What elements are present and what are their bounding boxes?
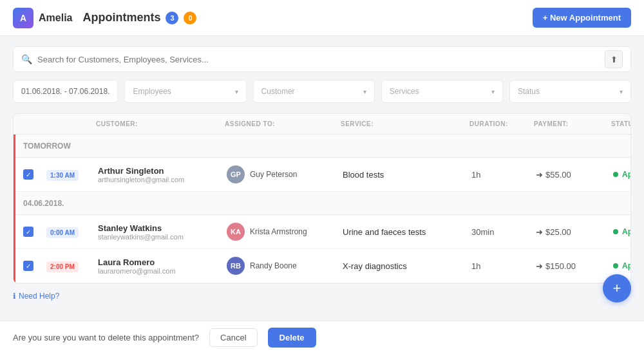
payment-icon: ➜ [536, 170, 543, 180]
col-status: STATUS: [611, 120, 631, 127]
badge-blue: 3 [166, 12, 178, 24]
status-cell: Approved [613, 261, 631, 270]
search-icon: 🔍 [21, 54, 32, 64]
logo-area: A Amelia [13, 8, 72, 28]
customer-name: Arthur Singleton [98, 166, 227, 176]
row-checkbox[interactable] [23, 169, 33, 180]
date-range-filter[interactable]: 01.06.2018. - 07.06.2018. [13, 80, 118, 103]
new-appointment-button[interactable]: + New Appointment [533, 8, 631, 28]
chevron-down-icon: ▾ [491, 88, 495, 95]
table-row: 1:30 AM Arthur Singleton arthursingleton… [15, 158, 630, 192]
page-title: Appointments [82, 11, 160, 24]
badge-orange: 0 [184, 12, 196, 24]
services-filter[interactable]: Services ▾ [381, 80, 503, 103]
status-filter[interactable]: Status ▾ [509, 80, 631, 103]
col-service: SERVICE: [341, 120, 469, 127]
status-badge: Approved [613, 227, 631, 236]
header-left: A Amelia Appointments 3 0 [13, 8, 196, 28]
payment-icon: ➜ [536, 261, 543, 271]
customer-name: Laura Romero [98, 257, 227, 267]
filters: 01.06.2018. - 07.06.2018. Employees ▾ Cu… [13, 80, 631, 103]
avatar: KA [227, 223, 245, 241]
duration-cell: 1h [471, 170, 536, 180]
section-header-tomorrow: TOMORROW [15, 135, 630, 158]
duration-cell: 30min [471, 227, 536, 237]
logo-text: Amelia [39, 12, 72, 24]
employee-cell: GP Guy Peterson [227, 165, 343, 183]
avatar: GP [227, 165, 245, 183]
time-badge: 2:00 PM [46, 261, 79, 272]
appointments-table: CUSTOMER: ASSIGNED TO: SERVICE: DURATION… [13, 113, 631, 284]
chevron-down-icon: ▾ [235, 88, 238, 95]
payment-cell: ➜ $25.00 [536, 227, 613, 237]
employee-name: Krista Armstrong [250, 227, 307, 236]
service-cell: Blood tests [343, 170, 471, 180]
status-dot-icon [613, 263, 618, 268]
col-customer: CUSTOMER: [96, 120, 225, 127]
time-badge: 0:00 AM [46, 227, 79, 238]
status-badge: Approved [613, 261, 631, 270]
status-cell: Approved [613, 170, 631, 179]
time-cell: 2:00 PM [46, 261, 98, 271]
amelia-logo-icon: A [13, 8, 33, 28]
section-header-0406: 04.06.2018. [15, 192, 630, 215]
status-dot-icon [613, 229, 618, 234]
section-tomorrow: TOMORROW 1:30 AM Arthur Singleton arthur… [14, 135, 630, 192]
employee-cell: KA Krista Armstrong [227, 223, 343, 241]
chevron-down-icon: ▾ [363, 88, 366, 95]
col-payment: PAYMENT: [534, 120, 611, 127]
payment-cell: ➜ $55.00 [536, 170, 613, 180]
time-badge: 1:30 AM [46, 170, 79, 181]
service-cell: Urine and faeces tests [343, 227, 471, 237]
customer-email: arthursingleton@gmail.com [98, 176, 227, 183]
time-cell: 1:30 AM [46, 170, 98, 180]
section-label-0406: 04.06.2018. [23, 199, 64, 208]
row-checkbox[interactable] [23, 261, 33, 271]
row-checkbox[interactable] [23, 227, 33, 237]
table-row: 2:00 PM Laura Romero lauraromero@gmail.c… [15, 249, 630, 283]
col-duration: DURATION: [469, 120, 534, 127]
employees-filter[interactable]: Employees ▾ [124, 80, 246, 103]
customer-cell: Arthur Singleton arthursingleton@gmail.c… [98, 166, 227, 183]
customer-cell: Laura Romero lauraromero@gmail.com [98, 257, 227, 275]
table-header: CUSTOMER: ASSIGNED TO: SERVICE: DURATION… [14, 114, 630, 135]
status-badge: Approved [613, 170, 631, 179]
search-input[interactable] [37, 55, 623, 64]
customer-filter[interactable]: Customer ▾ [253, 80, 375, 103]
duration-cell: 1h [471, 261, 536, 271]
export-button[interactable]: ⬆ [605, 50, 623, 68]
status-dot-icon [613, 172, 618, 177]
main-content: 🔍 ⬆ 01.06.2018. - 07.06.2018. Employees … [0, 36, 644, 311]
page-title-area: Appointments 3 0 [82, 11, 196, 24]
fab-button[interactable]: + [603, 274, 631, 303]
service-cell: X-ray diagnostics [343, 261, 471, 271]
customer-name: Stanley Watkins [98, 223, 227, 233]
customer-email: stanleywatkins@gmail.com [98, 233, 227, 241]
customer-email: lauraromero@gmail.com [98, 267, 227, 275]
customer-cell: Stanley Watkins stanleywatkins@gmail.com [98, 223, 227, 241]
need-help-link[interactable]: ℹ Need Help? [13, 292, 631, 301]
payment-cell: ➜ $150.00 [536, 261, 613, 271]
section-0406: 04.06.2018. 0:00 AM Stanley Watkins stan… [14, 192, 630, 283]
time-cell: 0:00 AM [46, 227, 98, 237]
help-icon: ℹ [13, 292, 16, 301]
table-row: 0:00 AM Stanley Watkins stanleywatkins@g… [15, 215, 630, 249]
status-cell: Approved [613, 227, 631, 236]
payment-icon: ➜ [536, 227, 543, 237]
chevron-down-icon: ▾ [620, 88, 623, 95]
section-label-tomorrow: TOMORROW [23, 142, 71, 151]
col-assigned: ASSIGNED TO: [225, 120, 341, 127]
employee-cell: RB Randy Boone [227, 257, 343, 275]
header: A Amelia Appointments 3 0 + New Appointm… [0, 0, 644, 36]
avatar: RB [227, 257, 245, 275]
employee-name: Randy Boone [250, 261, 297, 270]
employee-name: Guy Peterson [250, 170, 297, 179]
search-bar: 🔍 ⬆ [13, 46, 631, 72]
